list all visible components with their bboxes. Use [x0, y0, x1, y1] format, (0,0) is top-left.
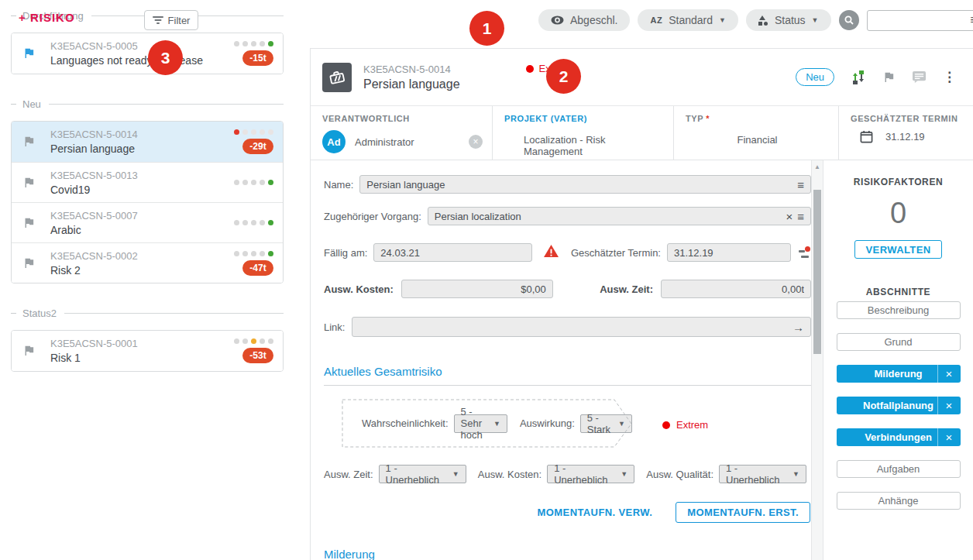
flag-action-icon[interactable]	[882, 70, 896, 84]
sort-label: Standard	[669, 14, 713, 26]
link-input[interactable]	[359, 321, 788, 333]
group-by-icon	[758, 15, 768, 26]
risk-card-list: K3E5ACSN-5-0014 Persian language -29t K3…	[11, 121, 284, 283]
gesamtrisiko-result: Extrem	[662, 419, 708, 431]
flag-icon	[22, 216, 36, 230]
comments-icon[interactable]	[912, 70, 927, 84]
chevron-down-icon: ▼	[785, 470, 799, 478]
result-severity-label: Extrem	[676, 419, 708, 431]
projekt-value[interactable]: Localization - Risk Management	[504, 134, 664, 157]
impact-kosten-select[interactable]: 1 - Unerheblich ▼	[547, 465, 634, 483]
section-button[interactable]: Grund ×	[837, 333, 961, 351]
risk-list-item[interactable]: K3E5ACSN-5-0002 Risk 2 -47t	[12, 242, 283, 283]
section-buttons: Beschreibung × Grund × Milderung × Notfa…	[837, 301, 961, 510]
section-button[interactable]: Aufgaben ×	[837, 460, 961, 478]
wahrscheinlichkeit-label: Wahrscheinlichkeit:	[362, 417, 449, 429]
group-title: Neu	[22, 98, 41, 110]
name-menu-icon[interactable]: ≡	[797, 179, 804, 191]
risk-id: K3E5ACSN-5-0001	[50, 338, 138, 349]
vorgang-menu-icon[interactable]: ≡	[797, 211, 804, 222]
status-badge[interactable]: Neu	[796, 68, 834, 86]
impact-qualitaet-select[interactable]: 1 - Unerheblich ▼	[719, 465, 806, 483]
group-line	[49, 104, 284, 105]
snapshot-create-button[interactable]: MOMENTAUFN. ERST.	[676, 502, 810, 523]
section-button[interactable]: Milderung ×	[837, 365, 961, 383]
filter-icon	[153, 16, 163, 24]
severity-dot	[526, 65, 534, 73]
abgeschl-toggle[interactable]: Abgeschl.	[538, 9, 630, 31]
vorgang-input[interactable]	[435, 211, 782, 222]
scrollbar-thumb[interactable]	[813, 190, 821, 354]
risk-card-list: K3E5ACSN-5-0001 Risk 1 -53t	[11, 330, 284, 372]
filter-button[interactable]: Filter	[144, 10, 198, 30]
quick-search-input[interactable]	[874, 15, 971, 26]
open-link-icon[interactable]: →	[792, 321, 804, 333]
zeit-input[interactable]	[668, 283, 804, 295]
snapshot-manage-button[interactable]: MOMENTAUFN. VERW.	[538, 507, 653, 518]
annotation-marker-2: 2	[546, 59, 581, 94]
sort-dropdown[interactable]: AZ Standard ▼	[638, 9, 737, 31]
section-button[interactable]: Beschreibung ×	[837, 301, 961, 319]
name-input[interactable]	[366, 179, 792, 191]
section-button[interactable]: Anhänge ×	[837, 492, 961, 510]
baseline-alert-icon[interactable]	[797, 246, 811, 259]
risk-list-item[interactable]: K3E5ACSN-5-0013 Covid19	[12, 162, 283, 202]
detail-risk-id: K3E5ACSN-5-0014	[363, 64, 460, 75]
risk-list-item[interactable]: K3E5ACSN-5-0007 Arabic	[12, 202, 283, 242]
verantwortlich-value: Administrator	[355, 136, 414, 148]
risk-list-item[interactable]: K3E5ACSN-5-0001 Risk 1 -53t	[12, 331, 283, 371]
risk-id: K3E5ACSN-5-0002	[50, 250, 138, 262]
impact-zeit-select[interactable]: 1 - Unerheblich ▼	[379, 465, 466, 483]
quick-search-box: ≡	[867, 10, 973, 31]
detail-fields-row: VERANTWORTLICH Ad Administrator × PROJEK…	[311, 106, 973, 160]
impact-qualitaet-label: Ausw. Qualität:	[646, 469, 713, 480]
scroll-up-icon[interactable]: ▲	[812, 163, 823, 170]
calendar-icon[interactable]	[860, 130, 873, 143]
divider	[324, 385, 811, 386]
workflow-icon[interactable]	[851, 70, 866, 85]
section-label: Milderung	[837, 365, 937, 383]
vorgang-label: Zugehöriger Vorgang:	[324, 211, 421, 222]
section-close-icon[interactable]: ×	[937, 365, 961, 383]
section-close-icon[interactable]: ×	[937, 397, 961, 414]
termin-input[interactable]	[674, 247, 784, 259]
flag-icon	[22, 135, 36, 149]
section-button[interactable]: Notfallplanung ×	[837, 397, 961, 414]
risk-title: Risk 1	[50, 352, 138, 364]
search-button[interactable]	[839, 10, 859, 30]
group-by-dropdown[interactable]: Status ▼	[746, 9, 831, 31]
risk-id: K3E5ACSN-5-0013	[50, 170, 138, 181]
risk-group-header: Neu	[11, 98, 284, 110]
verwalten-button[interactable]: VERWALTEN	[854, 240, 942, 259]
link-field-box: →	[352, 317, 811, 337]
search-icon	[844, 15, 854, 26]
section-close-icon[interactable]: ×	[937, 428, 961, 446]
kosten-label: Ausw. Kosten:	[324, 283, 394, 295]
typ-value[interactable]: Financial	[686, 134, 829, 146]
clear-assignee-icon[interactable]: ×	[469, 135, 483, 149]
vorgang-clear-icon[interactable]: ×	[786, 211, 792, 222]
auswirkung-label: Auswirkung:	[520, 417, 575, 429]
risk-form: Name: ≡ Zugehöriger Vorgang: × ≡ Fällig …	[311, 160, 811, 560]
risk-list-item[interactable]: K3E5ACSN-5-0005 Languages not ready to r…	[12, 33, 283, 74]
projekt-label[interactable]: PROJEKT (VATER)	[504, 114, 664, 123]
result-severity-dot	[662, 421, 670, 429]
link-label: Link:	[324, 321, 345, 333]
vorgang-field-box: × ≡	[428, 207, 811, 225]
kebab-menu-icon[interactable]: ⋮	[943, 69, 956, 85]
filter-label: Filter	[168, 15, 191, 26]
faellig-input[interactable]	[380, 247, 525, 259]
search-menu-icon[interactable]: ≡	[970, 14, 973, 26]
warning-icon	[543, 244, 559, 261]
name-field-box: ≡	[359, 175, 811, 194]
group-title: Status2	[22, 307, 57, 319]
risk-card-list: K3E5ACSN-5-0005 Languages not ready to r…	[11, 33, 284, 74]
add-risk-button[interactable]: + RISIKO	[19, 11, 75, 24]
kosten-input[interactable]	[408, 283, 546, 295]
impact-zeit-label: Ausw. Zeit:	[324, 469, 373, 480]
section-button[interactable]: Verbindungen ×	[837, 428, 961, 446]
chevron-down-icon: ▼	[613, 470, 627, 478]
termin-header-value: 31.12.19	[885, 131, 925, 143]
required-asterisk: *	[706, 114, 710, 123]
risk-list-item[interactable]: K3E5ACSN-5-0014 Persian language -29t	[12, 122, 283, 162]
